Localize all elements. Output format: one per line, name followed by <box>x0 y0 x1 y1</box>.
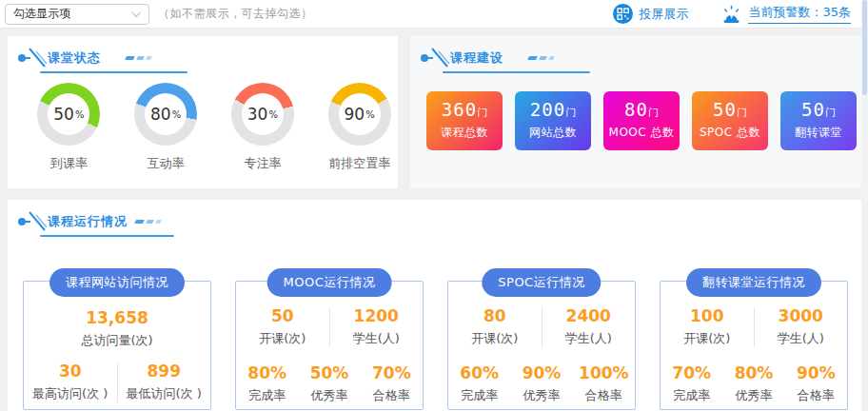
section-title: 课堂状态 <box>48 49 101 67</box>
students-value: 1200 <box>330 306 424 325</box>
completion-rate-value: 60% <box>448 363 510 382</box>
cast-screen-button[interactable]: 投屏展示 <box>613 4 688 24</box>
gauge-value: 80 <box>150 105 171 124</box>
top-toolbar: 勾选显示项 （如不需展示，可去掉勾选） 投屏展示 <box>0 0 868 29</box>
tile-label: MOOC 总数 <box>609 125 675 141</box>
sessions-label: 开课(次) <box>661 330 754 347</box>
card-title-pill: SPOC运行情况 <box>482 268 601 297</box>
gauge-label: 专注率 <box>225 155 302 172</box>
section-marker-icon <box>17 47 48 69</box>
tile-unit: 门 <box>648 107 659 119</box>
min-visits-value: 899 <box>118 362 211 381</box>
qr-cast-icon <box>613 4 633 24</box>
donut-chart: 50% <box>37 83 100 146</box>
course-operation-panel: 课程运行情况 课程网站访问情况 13,658 总访问量(次) 30 最高访问(次… <box>8 200 861 411</box>
chevron-down-icon <box>131 8 141 17</box>
tile-unit: 门 <box>565 107 576 119</box>
gauge-value: 90 <box>345 105 365 124</box>
gauge-value: 30 <box>247 105 268 124</box>
course-tiles-row: 360门 课程总数 200门 网站总数 80门 MOOC 总数 50门 SPOC… <box>410 73 861 150</box>
students-label: 学生(人) <box>755 330 848 347</box>
sessions-value: 80 <box>448 306 542 325</box>
gauge-unit: % <box>365 109 375 120</box>
warning-count-link[interactable]: 当前预警数：35条 <box>720 4 851 25</box>
tile-course-total[interactable]: 360门 课程总数 <box>426 91 503 150</box>
tile-unit: 门 <box>825 107 836 119</box>
tile-label: 网站总数 <box>529 125 577 141</box>
gauge-unit: % <box>268 109 278 120</box>
tile-flipped-classroom[interactable]: 50门 翻转课堂 <box>780 91 857 150</box>
excellent-rate-value: 50% <box>298 363 360 382</box>
tile-website-total[interactable]: 200门 网站总数 <box>515 91 591 150</box>
sessions-label: 开课(次) <box>448 330 542 347</box>
section-dashes-decoration <box>528 56 554 60</box>
vertical-scrollbar[interactable] <box>861 0 868 411</box>
display-items-dropdown[interactable]: 勾选显示项 <box>5 4 149 25</box>
excellent-rate-label: 优秀率 <box>510 387 572 404</box>
card-title-pill: 课程网站访问情况 <box>49 268 185 297</box>
alarm-siren-icon <box>720 4 742 25</box>
completion-rate-label: 完成率 <box>448 387 510 404</box>
section-title: 课程建设 <box>450 49 503 67</box>
warning-count-label: 当前预警数：35条 <box>748 4 851 24</box>
max-visits-value: 30 <box>24 362 117 381</box>
tile-value: 80 <box>624 99 648 120</box>
tile-spoc-total[interactable]: 50门 SPOC 总数 <box>692 91 768 150</box>
dropdown-hint-text: （如不需展示，可去掉勾选） <box>158 6 313 22</box>
section-marker-icon <box>420 47 450 69</box>
tile-unit: 门 <box>737 107 747 119</box>
pass-rate-value: 90% <box>785 363 847 382</box>
donut-chart: 30% <box>231 83 294 146</box>
sessions-label: 开课(次) <box>236 330 329 347</box>
section-marker-icon <box>17 210 48 233</box>
display-items-dropdown-value: 勾选显示项 <box>13 6 70 22</box>
total-visits-value: 13,658 <box>24 308 210 327</box>
pass-rate-label: 合格率 <box>785 387 847 404</box>
sessions-value: 50 <box>236 306 329 325</box>
gauge-front-row-vacancy-rate: 90% 前排空置率 <box>321 83 398 172</box>
section-dashes-decoration <box>126 56 151 60</box>
gauge-unit: % <box>75 109 85 120</box>
tile-value: 360 <box>442 99 477 120</box>
card-mooc-operation: MOOC运行情况 50 开课(次) 1200 学生(人) 80% 完成率 <box>235 281 424 410</box>
completion-rate-value: 70% <box>661 363 722 382</box>
students-value: 3000 <box>755 306 848 325</box>
tile-value: 50 <box>801 99 825 120</box>
class-status-panel: 课堂状态 50% 到课率 80% 互动率 30% <box>8 36 398 188</box>
donut-chart: 80% <box>134 83 197 146</box>
card-flipped-classroom-operation: 翻转课堂运行情况 100 开课(次) 3000 学生(人) 70% 完成率 <box>660 281 848 410</box>
section-underline <box>40 235 174 237</box>
gauge-unit: % <box>172 109 182 120</box>
gauge-interaction-rate: 80% 互动率 <box>128 83 205 172</box>
operation-cards-row: 课程网站访问情况 13,658 总访问量(次) 30 最高访问(次 ) 899 … <box>8 237 861 410</box>
gauge-attendance-rate: 50% 到课率 <box>30 83 108 172</box>
gauge-value: 50 <box>53 105 74 124</box>
completion-rate-label: 完成率 <box>661 387 722 404</box>
class-status-header: 课堂状态 <box>17 47 151 69</box>
card-website-visits: 课程网站访问情况 13,658 总访问量(次) 30 最高访问(次 ) 899 … <box>23 281 211 410</box>
students-label: 学生(人) <box>330 330 424 347</box>
pass-rate-value: 100% <box>573 363 635 382</box>
tile-label: SPOC 总数 <box>700 125 760 141</box>
excellent-rate-label: 优秀率 <box>722 387 784 404</box>
completion-rate-label: 完成率 <box>236 387 298 404</box>
tile-value: 200 <box>530 99 565 120</box>
course-building-header: 课程建设 <box>420 47 554 69</box>
excellent-rate-value: 90% <box>510 363 572 382</box>
tile-mooc-total[interactable]: 80门 MOOC 总数 <box>603 91 680 150</box>
total-visits-label: 总访问量(次) <box>24 332 210 349</box>
card-spoc-operation: SPOC运行情况 80 开课(次) 2400 学生(人) 60% 完成率 <box>447 281 636 410</box>
completion-rate-value: 80% <box>236 363 298 382</box>
course-operation-header: 课程运行情况 <box>17 210 161 233</box>
tile-label: 课程总数 <box>441 125 488 141</box>
gauge-label: 到课率 <box>30 155 108 172</box>
excellent-rate-label: 优秀率 <box>298 387 360 404</box>
pass-rate-value: 70% <box>361 363 423 382</box>
tile-value: 50 <box>713 99 737 120</box>
gauge-row: 50% 到课率 80% 互动率 30% 专注率 90 <box>8 73 398 172</box>
section-dashes-decoration <box>135 220 161 224</box>
section-underline <box>40 71 187 73</box>
max-visits-label: 最高访问(次 ) <box>24 385 117 402</box>
gauge-focus-rate: 30% 专注率 <box>225 83 302 172</box>
scrollbar-thumb[interactable] <box>862 0 867 95</box>
